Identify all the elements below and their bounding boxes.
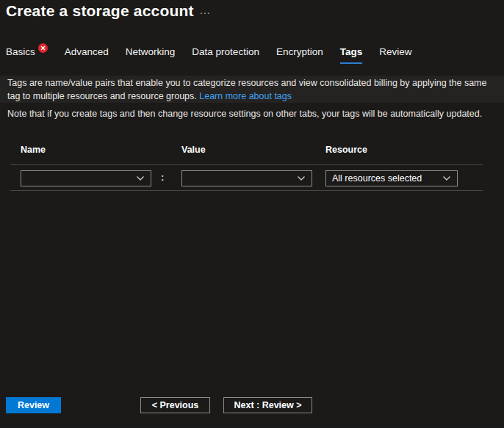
chevron-down-icon — [442, 175, 451, 181]
tab-data-protection[interactable]: Data protection — [192, 46, 259, 64]
column-header-name: Name — [21, 145, 46, 155]
tab-basics[interactable]: Basics — [6, 46, 48, 64]
tab-advanced[interactable]: Advanced — [65, 46, 109, 64]
tags-note: Note that if you create tags and then ch… — [7, 109, 492, 119]
error-badge-icon — [38, 43, 48, 53]
tab-advanced-label: Advanced — [65, 46, 109, 57]
chevron-down-icon — [136, 175, 145, 181]
tab-bar: Basics Advanced Networking Data protecti… — [6, 46, 411, 64]
tab-tags-label: Tags — [340, 46, 363, 57]
more-options-icon[interactable]: ... — [200, 4, 211, 16]
tab-review-label: Review — [379, 46, 411, 57]
name-value-separator: : — [161, 172, 164, 183]
tab-networking-label: Networking — [126, 46, 176, 57]
create-storage-account-page: Create a storage account ... Basics Adva… — [0, 0, 504, 428]
tag-resource-value: All resources selected — [332, 173, 438, 184]
tab-encryption-label: Encryption — [276, 46, 323, 57]
chevron-down-icon — [297, 175, 306, 181]
tab-networking[interactable]: Networking — [126, 46, 176, 64]
tags-description: Tags are name/value pairs that enable yo… — [0, 76, 504, 103]
previous-button[interactable]: < Previous — [140, 397, 210, 413]
page-title: Create a storage account — [6, 2, 194, 20]
table-divider-top — [10, 164, 483, 165]
table-divider-bottom — [10, 190, 483, 191]
tab-tags[interactable]: Tags — [340, 46, 363, 64]
tag-value-dropdown[interactable] — [181, 170, 312, 186]
column-header-value: Value — [181, 145, 206, 155]
tag-resource-dropdown[interactable]: All resources selected — [325, 170, 458, 186]
tab-encryption[interactable]: Encryption — [276, 46, 323, 64]
review-button[interactable]: Review — [6, 397, 61, 413]
tab-basics-label: Basics — [6, 46, 35, 57]
column-header-resource: Resource — [325, 145, 367, 155]
tag-name-dropdown[interactable] — [21, 170, 151, 186]
tab-review[interactable]: Review — [379, 46, 411, 64]
next-review-button[interactable]: Next : Review > — [223, 397, 312, 413]
tab-data-protection-label: Data protection — [192, 46, 259, 57]
learn-more-link[interactable]: Learn more about tags — [199, 91, 292, 101]
